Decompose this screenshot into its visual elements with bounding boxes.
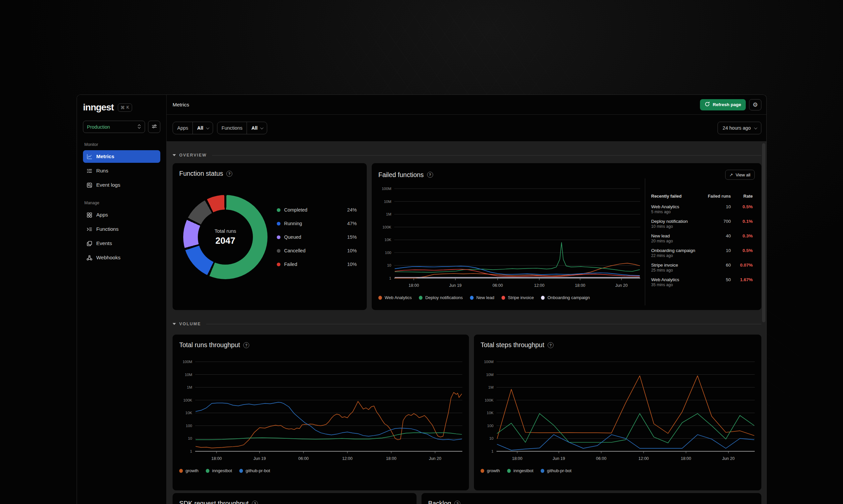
function-status-card: Function status ? Total runs 2047 Comple… — [173, 163, 367, 310]
filter-bar: Apps All Functions All 24 hours ago — [167, 115, 766, 141]
sdk-request-throughput-card: SDK request throughput ? — [173, 493, 416, 504]
recently-failed-table: Recently failed Failed runs RateWeb Anal… — [645, 182, 755, 303]
legend-item-github-pr-bot: github-pr-bot — [541, 468, 571, 473]
sidebar-item-metrics[interactable]: Metrics — [83, 150, 160, 163]
y-axis-labels: 100M10M1M100K10K100101 — [481, 361, 497, 454]
failed-rate-value: 0.5% — [731, 204, 753, 209]
help-icon[interactable]: ? — [454, 501, 460, 504]
legend-dot — [481, 469, 484, 473]
failed-function-time: 25 mins ago — [651, 268, 673, 273]
table-row[interactable]: New lead 20 mins ago 40 0.3% — [651, 231, 753, 246]
legend-label: Running — [284, 221, 302, 226]
legend-label: Cancelled — [284, 248, 306, 253]
total-steps-throughput-card: Total steps throughput ? 100M10M1M100K10… — [474, 335, 761, 490]
sidebar-item-functions[interactable]: Functions — [83, 223, 160, 235]
chart-line-icon — [86, 154, 92, 160]
col-failed-runs: Failed runs — [708, 194, 731, 199]
legend-percentage: 15% — [347, 234, 357, 240]
chart-svg — [497, 361, 755, 454]
legend-label: growth — [487, 468, 500, 473]
legend-label: inngestbot — [212, 468, 232, 473]
functions-filter[interactable]: Functions All — [217, 122, 267, 134]
failed-function-time: 10 mins ago — [651, 224, 673, 229]
sidebar-item-events[interactable]: Events — [83, 237, 160, 250]
y-tick-label: 100M — [183, 360, 192, 364]
series-new-lead — [395, 266, 639, 276]
help-icon[interactable]: ? — [252, 501, 258, 504]
y-tick-label: 10M — [384, 200, 391, 203]
y-tick-label: 10 — [387, 263, 391, 267]
help-icon[interactable]: ? — [226, 171, 232, 177]
legend-item-web-analytics: Web Analytics — [378, 295, 412, 300]
sidebar-item-apps[interactable]: Apps — [83, 209, 160, 221]
apps-filter[interactable]: Apps All — [173, 122, 213, 134]
arrow-up-right-icon: ↗ — [729, 173, 733, 177]
y-tick-label: 10 — [188, 436, 192, 440]
failed-runs-value: 10 — [708, 204, 731, 209]
select-updown-icon — [137, 124, 141, 130]
legend-item-growth: growth — [481, 468, 500, 473]
col-rate: Rate — [731, 194, 753, 199]
help-icon[interactable]: ? — [243, 342, 249, 348]
sidebar-item-label: Runs — [96, 168, 108, 174]
legend-item-deploy-notifications: Deploy notifications — [419, 295, 463, 300]
y-tick-label: 10K — [487, 411, 494, 415]
refresh-page-button[interactable]: Refresh page — [700, 99, 746, 110]
sidebar-item-runs[interactable]: Runs — [83, 164, 160, 177]
x-tick-label: 18:00 — [681, 456, 691, 461]
view-all-button[interactable]: ↗ View all — [725, 170, 755, 180]
failed-function-time: 5 mins ago — [651, 210, 671, 214]
failed-functions-chart: 100M10M1M100K10K10010118:00Jun 1906:0012… — [378, 182, 640, 303]
x-tick-label: 18:00 — [211, 456, 222, 461]
scrollbar-thumb[interactable] — [762, 143, 765, 322]
legend-item-onboarding-campaign: Onboarding campaign — [541, 295, 590, 300]
environment-select[interactable]: Production — [83, 121, 145, 133]
legend-item-cancelled: Cancelled 10% — [277, 248, 357, 253]
legend-dot — [470, 296, 474, 300]
legend-label: Stripe invoice — [508, 295, 534, 300]
table-row[interactable]: Stripe invoice 25 mins ago 60 0.07% — [651, 260, 753, 275]
legend-item-stripe-invoice: Stripe invoice — [501, 295, 534, 300]
sidebar-item-event-logs[interactable]: Event logs — [83, 179, 160, 191]
time-range-select[interactable]: 24 hours ago — [718, 122, 761, 134]
help-icon[interactable]: ? — [427, 172, 433, 178]
failed-function-time: 22 mins ago — [651, 253, 673, 258]
x-tick-label: 18:00 — [575, 283, 585, 288]
table-row[interactable]: Web Analytics 35 mins ago 50 1.67% — [651, 275, 753, 289]
help-icon[interactable]: ? — [548, 342, 554, 348]
settings-button[interactable]: ⚙ — [749, 99, 761, 110]
x-tick-label: 06:00 — [596, 456, 606, 461]
page-header: Metrics Refresh page ⚙ — [167, 95, 766, 115]
sidebar-item-label: Functions — [96, 226, 119, 232]
y-tick-label: 10M — [486, 373, 494, 377]
table-row[interactable]: Web Analytics 5 mins ago 10 0.5% — [651, 202, 753, 217]
x-tick-label: 18:00 — [386, 456, 396, 461]
table-row[interactable]: Deploy notification 10 mins ago 700 0.1% — [651, 217, 753, 231]
sidebar: inngest ⌘ K Production MonitorMetricsRun… — [77, 95, 167, 504]
series-growth — [196, 393, 462, 448]
failed-runs-value: 40 — [708, 233, 731, 238]
legend-item-new-lead: New lead — [470, 295, 494, 300]
y-tick-label: 1 — [492, 449, 494, 453]
table-row[interactable]: Onboarding campaign 22 mins ago 10 0.5% — [651, 246, 753, 260]
sidebar-item-webhooks[interactable]: Webhooks — [83, 251, 160, 264]
failed-rate-value: 0.07% — [731, 263, 753, 268]
y-tick-label: 1 — [389, 276, 391, 280]
legend-dot — [277, 249, 280, 253]
y-axis-labels: 100M10M1M100K10K100101 — [179, 361, 195, 454]
legend-dot — [541, 296, 545, 300]
collapse-triangle-icon[interactable] — [173, 154, 176, 156]
sidebar-item-label: Apps — [96, 212, 108, 218]
failed-rate-value: 0.3% — [731, 233, 753, 238]
failed-rate-value: 0.1% — [731, 219, 753, 224]
overview-section-header: OVERVIEW — [173, 152, 761, 159]
legend-dot — [277, 235, 280, 239]
total-runs-throughput-card: Total runs throughput ? 100M10M1M100K10K… — [173, 335, 469, 490]
command-k-shortcut[interactable]: ⌘ K — [118, 104, 133, 112]
env-filter-button[interactable] — [148, 121, 160, 133]
legend-item-inngestbot: inngestbot — [206, 468, 232, 473]
y-tick-label: 1M — [488, 385, 494, 389]
y-tick-label: 100 — [186, 424, 192, 428]
collapse-triangle-icon[interactable] — [173, 323, 176, 325]
sidebar-item-label: Event logs — [96, 182, 120, 188]
